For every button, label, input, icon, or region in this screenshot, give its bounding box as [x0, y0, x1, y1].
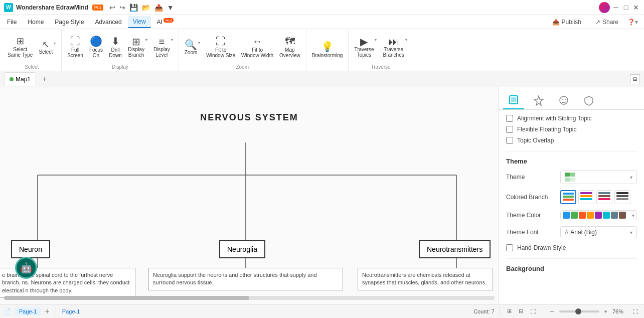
flexible-label: Flexible Floating Topic: [517, 126, 577, 133]
full-screen-button[interactable]: ⛶ FullScreen: [65, 35, 86, 60]
ai-assistant-button[interactable]: 🤖: [15, 257, 37, 279]
display-group-label: Display: [112, 64, 128, 71]
panel-tabs: [499, 87, 644, 110]
color-swatch-gray: [611, 212, 618, 219]
window-controls: ─ □ ✕: [599, 2, 640, 13]
theme-color-swatches[interactable]: ▾: [560, 210, 637, 220]
separator: [506, 151, 637, 151]
panel-tab-shield[interactable]: [578, 91, 599, 109]
display-branch-button[interactable]: ⊞ DisplayBranch ▾: [125, 35, 150, 59]
traverse-branches-icon: ⏭: [389, 37, 399, 47]
theme-color-label: Theme Color: [506, 212, 556, 219]
minimize-button[interactable]: ─: [612, 4, 620, 12]
brainstorming-button[interactable]: 💡 Brainstorming: [309, 40, 346, 60]
panel-button[interactable]: ⊟: [517, 307, 525, 315]
panel-tab-emoji[interactable]: [553, 91, 574, 109]
flexible-checkbox[interactable]: [506, 126, 513, 133]
share-icon: ↗: [595, 19, 600, 26]
menu-home[interactable]: Home: [23, 17, 49, 28]
help-button[interactable]: ❓▾: [627, 19, 638, 26]
panel-tab-style[interactable]: [503, 91, 524, 109]
grid-view-button[interactable]: ⊞: [505, 307, 514, 315]
page-1-tab[interactable]: Page-1: [15, 307, 41, 315]
zoom-button[interactable]: 🔍 Zoom ▾: [182, 38, 203, 57]
close-button[interactable]: ✕: [632, 4, 640, 12]
select-button[interactable]: ↖ Select ▾: [36, 39, 58, 56]
font-selector[interactable]: A Arial (Big) ▾: [560, 226, 637, 238]
fullscreen-button[interactable]: ⛶: [630, 307, 640, 315]
fit-screen-button[interactable]: ⛶: [528, 307, 538, 315]
share-button[interactable]: ↗ Share: [590, 17, 623, 28]
menu-advanced[interactable]: Advanced: [90, 17, 126, 28]
display-level-icon: ≡: [158, 37, 165, 47]
theme-selector[interactable]: ▾: [560, 170, 637, 184]
cb-option-2[interactable]: [578, 190, 594, 204]
zoom-in-button[interactable]: +: [602, 307, 609, 315]
select-same-type-button[interactable]: ⊞ SelectSame Type: [5, 35, 35, 59]
fit-window-width-button[interactable]: ↔ Fit toWindow Width: [239, 35, 276, 60]
status-sep-2: [500, 306, 500, 316]
save-button[interactable]: 💾: [129, 4, 138, 12]
fit-window-size-button[interactable]: ⛶ Fit toWindow Size: [204, 35, 238, 60]
hand-drawn-row: Hand-Drawn Style: [506, 244, 637, 251]
ribbon-group-traverse: ▶ TraverseTopics ▾ ⏭ TraverseBranches ▾ …: [349, 29, 412, 71]
tab-add-button[interactable]: +: [38, 73, 51, 86]
neuroglia-content[interactable]: Neuroglia support the neurons and other …: [148, 268, 343, 290]
menu-view[interactable]: View: [128, 16, 151, 28]
zoom-slider[interactable]: [559, 310, 599, 312]
cb-option-4[interactable]: [614, 190, 630, 204]
fit-window-size-label: Fit toWindow Size: [206, 47, 235, 58]
neuron-node[interactable]: Neuron: [11, 240, 50, 258]
tab-layout-button[interactable]: ⊟: [630, 74, 640, 84]
theme-section-title: Theme: [506, 157, 637, 165]
export-button[interactable]: 📤: [154, 4, 163, 12]
status-right: Count: 7 ⊞ ⊟ ⛶ ─ + 76% ⛶: [473, 306, 640, 316]
neurotransmitters-content[interactable]: Neurotransmitters are chemicals released…: [358, 268, 493, 290]
maximize-button[interactable]: □: [622, 4, 630, 12]
undo-button[interactable]: ↩: [109, 4, 115, 12]
open-button[interactable]: 📂: [142, 4, 150, 12]
panel-tab-magic[interactable]: [528, 91, 549, 109]
color-swatch-purple: [595, 212, 602, 219]
tab-map1[interactable]: Map1: [4, 72, 36, 86]
add-page-button[interactable]: +: [45, 307, 49, 316]
menu-bar: File Home Page Style Advanced View AIHot…: [0, 15, 644, 29]
theme-prop-label: Theme: [506, 174, 556, 181]
hand-drawn-checkbox[interactable]: [506, 244, 513, 251]
font-icon: A: [565, 229, 568, 235]
map-overview-button[interactable]: 🗺 MapOverview: [277, 35, 303, 60]
mindmap-title[interactable]: NERVOUS SYSTEM: [200, 112, 298, 123]
cb-option-1[interactable]: [560, 190, 576, 204]
drill-down-button[interactable]: ⬇ DrillDown: [106, 35, 124, 60]
publish-button[interactable]: 📤 Publish: [547, 17, 586, 28]
select-icon: ↖: [42, 40, 50, 49]
robot-icon: 🤖: [20, 262, 33, 274]
overlap-checkbox[interactable]: [506, 137, 513, 144]
zoom-out-button[interactable]: ─: [548, 307, 556, 315]
focus-on-button[interactable]: 🔵 FocusOn: [87, 35, 105, 60]
theme-color-caret: ▾: [632, 213, 634, 218]
more-button[interactable]: ▼: [167, 4, 174, 12]
menu-file[interactable]: File: [2, 17, 22, 28]
traverse-branches-button[interactable]: ⏭ TraverseBranches ▾: [380, 35, 409, 59]
redo-button[interactable]: ↪: [119, 4, 125, 12]
alignment-checkbox[interactable]: [506, 115, 513, 122]
title-toolbar: ↩ ↪ 💾 📂 📤 ▼: [109, 4, 174, 12]
drill-down-label: DrillDown: [109, 47, 122, 58]
horizontal-scrollbar[interactable]: [4, 296, 495, 300]
menu-ai[interactable]: AIHot: [152, 16, 179, 28]
canvas[interactable]: NERVOUS SYSTEM Neuron Neuroglia Neurotra…: [0, 87, 499, 304]
avatar[interactable]: [599, 2, 610, 13]
menu-page-style[interactable]: Page Style: [50, 17, 89, 28]
cb-option-3[interactable]: [596, 190, 612, 204]
ribbon-group-zoom: 🔍 Zoom ▾ ⛶ Fit toWindow Size ↔ Fit toWin…: [179, 29, 306, 71]
traverse-buttons: ▶ TraverseTopics ▾ ⏭ TraverseBranches ▾: [352, 31, 409, 63]
neurotransmitters-node[interactable]: Neurotransmitters: [419, 240, 491, 258]
zoom-percent[interactable]: 76%: [612, 308, 627, 314]
display-level-button[interactable]: ≡ DisplayLevel ▾: [151, 35, 176, 59]
traverse-topics-caret: ▾: [375, 38, 377, 42]
traverse-topics-button[interactable]: ▶ TraverseTopics ▾: [352, 35, 379, 59]
neuroglia-node[interactable]: Neuroglia: [219, 240, 265, 258]
map-overview-icon: 🗺: [285, 36, 295, 46]
display-branch-caret: ▾: [145, 38, 147, 42]
